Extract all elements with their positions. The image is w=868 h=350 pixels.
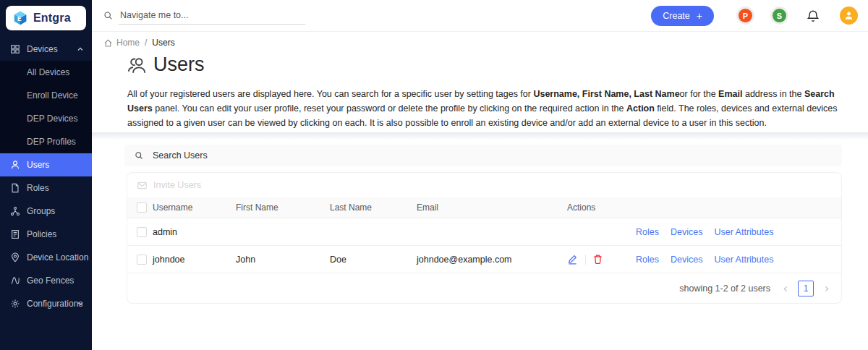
sidebar-submenu: All DevicesEnroll DeviceDEP DevicesDEP P… [0, 61, 92, 153]
sidebar-item-groups[interactable]: Groups [0, 200, 92, 223]
link-user-attributes[interactable]: User Attributes [714, 227, 773, 237]
gear-icon [10, 299, 20, 309]
topbar-right: Create + PS [651, 6, 868, 26]
breadcrumb-separator: / [143, 38, 148, 48]
delete-icon[interactable] [592, 254, 604, 265]
sidebar-subitem-label: DEP Profiles [27, 137, 76, 147]
bell-icon[interactable] [807, 9, 820, 22]
sidebar-item-roles[interactable]: Roles [0, 176, 92, 200]
topbar: Create + PS [92, 0, 868, 32]
status-badge-p[interactable]: P [739, 9, 752, 22]
entgra-cube-icon: E [12, 10, 28, 26]
svg-text:E: E [17, 16, 22, 22]
search-icon [135, 151, 143, 160]
action-links: RolesDevicesUser Attributes [636, 227, 773, 237]
sidebar-item-device-location[interactable]: Device Location [0, 246, 92, 269]
status-badge-s[interactable]: S [773, 9, 786, 22]
row-checkbox[interactable] [137, 227, 147, 237]
table-body: adminRolesDevicesUser AttributesjohndoeJ… [127, 218, 841, 273]
row-checkbox[interactable] [137, 255, 147, 265]
action-divider [585, 255, 586, 265]
link-devices[interactable]: Devices [671, 227, 702, 237]
sidebar-item-enroll-device[interactable]: Enroll Device [0, 84, 92, 107]
section-divider [92, 132, 868, 139]
navigate-search-input[interactable] [119, 7, 305, 25]
user-icon [10, 160, 20, 170]
search-users-panel[interactable]: Search Users [124, 145, 842, 166]
sidebar-item-dep-devices[interactable]: DEP Devices [0, 107, 92, 130]
select-all-checkbox[interactable] [137, 202, 147, 213]
link-devices[interactable]: Devices [671, 255, 702, 265]
sidebar-subitem-label: All Devices [27, 67, 69, 77]
status-badges: PS [739, 9, 786, 22]
breadcrumb-home[interactable]: Home [116, 38, 140, 48]
brand-logo[interactable]: E Entgra [6, 6, 86, 30]
search-users-label: Search Users [153, 150, 208, 161]
sidebar-item-geo-fences[interactable]: Geo Fences [0, 269, 92, 292]
share-icon [10, 206, 20, 216]
users-team-icon [126, 54, 148, 76]
row-checkbox-cell [127, 255, 153, 265]
cell-username: admin [153, 227, 236, 237]
main-content: Home / Users Users All of your registere… [92, 32, 868, 350]
page-title-text: Users [153, 54, 205, 76]
column-last-name: Last Name [330, 202, 417, 213]
column-email: Email [417, 202, 567, 213]
plus-icon: + [697, 11, 702, 21]
sidebar-subitem-label: Enroll Device [27, 90, 78, 101]
home-icon [103, 38, 113, 48]
navigate-search [103, 7, 305, 25]
action-links: RolesDevicesUser Attributes [636, 255, 773, 265]
grid-icon [10, 44, 20, 54]
breadcrumb-current: Users [152, 38, 174, 48]
create-button[interactable]: Create + [651, 6, 714, 26]
sidebar-item-dep-profiles[interactable]: DEP Profiles [0, 130, 92, 153]
invite-users-label: Invite Users [153, 180, 201, 190]
sidebar-item-label: Roles [27, 183, 49, 193]
sidebar-item-policies[interactable]: Policies [0, 223, 92, 246]
sidebar-item-devices[interactable]: Devices [0, 38, 92, 61]
page-title: Users [126, 54, 205, 76]
chevron-down-icon [77, 300, 84, 307]
table-row-johndoe: johndoeJohnDoejohndoe@example.comRolesDe… [127, 245, 841, 273]
sidebar-item-label: Geo Fences [27, 276, 74, 286]
sidebar-item-label: Groups [27, 206, 55, 216]
user-avatar-icon[interactable] [840, 7, 858, 25]
table-row-admin: adminRolesDevicesUser Attributes [127, 218, 841, 245]
pagination-page-1[interactable]: 1 [798, 281, 814, 296]
sidebar: E Entgra DevicesAll DevicesEnroll Device… [0, 0, 92, 350]
brand-name: Entgra [33, 12, 71, 25]
create-button-label: Create [663, 11, 690, 21]
file-icon [10, 183, 20, 193]
location-pin-icon [10, 252, 20, 262]
mail-icon [137, 180, 148, 191]
link-user-attributes[interactable]: User Attributes [714, 255, 773, 265]
users-table-card: Invite Users Username First Name Last Na… [127, 172, 842, 304]
link-roles[interactable]: Roles [636, 255, 659, 265]
breadcrumb: Home / Users [103, 38, 175, 48]
sidebar-item-label: Policies [27, 229, 56, 239]
pagination-summary: showing 1-2 of 2 users [679, 283, 770, 294]
sidebar-item-label: Configurations [27, 299, 82, 309]
geo-fence-icon [10, 276, 20, 286]
pagination-next-icon[interactable] [820, 282, 833, 295]
column-username: Username [153, 202, 236, 213]
policy-icon [10, 229, 20, 239]
sidebar-item-users[interactable]: Users [0, 153, 92, 176]
sidebar-item-label: Users [27, 160, 49, 170]
pagination: showing 1-2 of 2 users 1 [127, 273, 841, 304]
sidebar-subitem-label: DEP Devices [27, 114, 77, 124]
page-description: All of your registered users are display… [127, 87, 843, 130]
sidebar-menu: DevicesAll DevicesEnroll DeviceDEP Devic… [0, 38, 92, 315]
cell-username: johndoe [153, 255, 236, 265]
search-icon [103, 11, 113, 20]
cell-last-name: Doe [330, 255, 417, 265]
sidebar-item-all-devices[interactable]: All Devices [0, 61, 92, 84]
invite-users-button[interactable]: Invite Users [127, 173, 841, 197]
column-first-name: First Name [236, 202, 330, 213]
edit-icon[interactable] [567, 254, 579, 265]
link-roles[interactable]: Roles [636, 227, 659, 237]
sidebar-item-configurations[interactable]: Configurations [0, 292, 92, 315]
sidebar-item-label: Device Location [27, 252, 88, 262]
pagination-prev-icon[interactable] [779, 282, 792, 295]
